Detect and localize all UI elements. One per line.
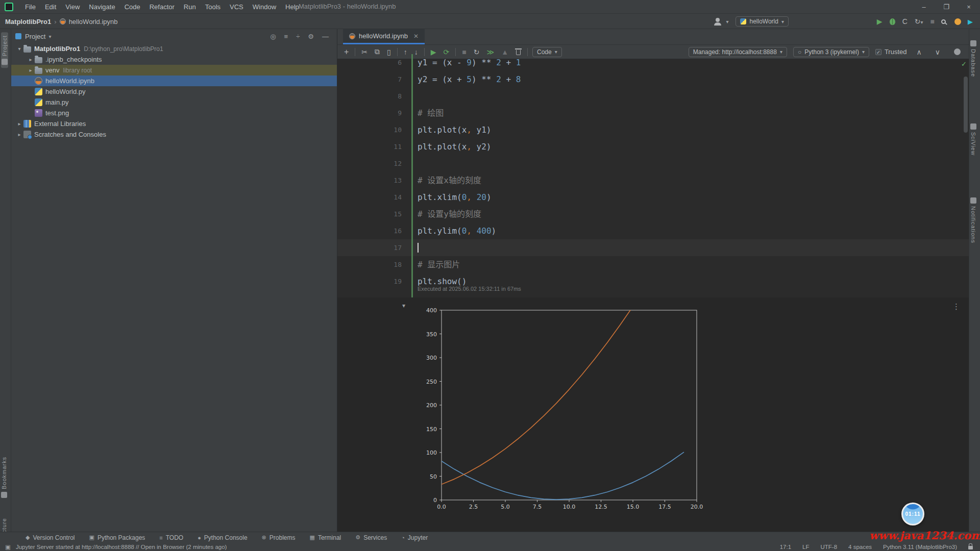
code-line-8[interactable]: 8 <box>337 88 969 105</box>
search-everywhere-icon[interactable] <box>941 19 946 24</box>
run-cell-icon[interactable]: ▶ <box>427 48 440 56</box>
inspections-ok-icon[interactable]: ✓ <box>961 60 967 68</box>
chevron-down-icon[interactable]: ▾ <box>48 34 51 39</box>
interrupt-kernel-icon[interactable]: ■ <box>458 48 470 56</box>
status-message[interactable]: Jupyter Server started at http://localho… <box>16 544 227 550</box>
line-separator[interactable]: LF <box>802 544 809 550</box>
tab-close-icon[interactable]: ✕ <box>413 33 419 40</box>
run-button[interactable]: ▶ <box>873 17 886 26</box>
debug-button[interactable] <box>890 18 895 25</box>
code-line-17[interactable]: 17 <box>337 239 969 256</box>
run-config-selector[interactable]: helloWorld ▾ <box>736 16 789 27</box>
tree-item-test-png[interactable]: test.png <box>11 108 337 118</box>
code-line-6[interactable]: 6y1 = (x - 9) ** 2 + 1 <box>337 59 969 71</box>
python-interpreter[interactable]: Python 3.11 (MatplotlibPro3) <box>883 544 957 550</box>
tool-window-toggle-icon[interactable]: ▣ <box>5 543 11 550</box>
code-line-18[interactable]: 18# 显示图片 <box>337 256 969 273</box>
menu-item-navigate[interactable]: Navigate <box>84 3 119 11</box>
restart-kernel-icon[interactable]: ↻ <box>470 48 483 56</box>
menu-item-window[interactable]: Window <box>248 3 281 11</box>
tree-item-helloworld-ipynb[interactable]: helloWorld.ipynb <box>11 76 337 86</box>
editor-scrollbar[interactable] <box>964 77 968 133</box>
run-all-cells-icon[interactable]: ≫ <box>483 48 498 56</box>
close-icon[interactable]: × <box>958 3 980 11</box>
paste-cell-icon[interactable]: ▯ <box>383 48 395 56</box>
tree-chevron-icon[interactable]: ▸ <box>15 132 23 137</box>
tree-item--ipynb-checkpoints[interactable]: ▸.ipynb_checkpoints <box>11 54 337 65</box>
code-line-16[interactable]: 16plt.ylim(0, 400) <box>337 222 969 239</box>
code-cell[interactable]: 6y1 = (x - 9) ** 2 + 17y2 = (x + 5) ** 2… <box>337 59 969 290</box>
tree-item-scratches-and-consoles[interactable]: ▸Scratches and Consoles <box>11 129 337 140</box>
cell-type-selector[interactable]: Code ▾ <box>532 47 562 57</box>
menu-item-vcs[interactable]: VCS <box>225 3 248 11</box>
profiler-button[interactable]: ↻▾ <box>911 17 927 26</box>
stop-button[interactable]: ■ <box>927 17 938 26</box>
tool-window-button-problems[interactable]: ⊗Problems <box>255 534 303 541</box>
menu-item-tools[interactable]: Tools <box>201 3 225 11</box>
gear-icon[interactable]: ⚙ <box>304 33 318 40</box>
settings-sync-icon[interactable] <box>954 18 961 25</box>
tool-window-button-version-control[interactable]: ◆Version Control <box>18 534 82 541</box>
sidebar-item-database[interactable]: Database <box>970 40 976 77</box>
prev-cell-icon[interactable]: ∧ <box>913 48 925 56</box>
next-cell-icon[interactable]: ∨ <box>932 48 944 56</box>
sidebar-item-bookmarks[interactable]: Bookmarks <box>1 457 7 498</box>
indent-style[interactable]: 4 spaces <box>848 544 872 550</box>
notebook-code-editor[interactable]: 6y1 = (x - 9) ** 2 + 17y2 = (x + 5) ** 2… <box>337 59 969 297</box>
add-cell-icon[interactable]: + <box>340 47 352 57</box>
coverage-button[interactable]: C <box>899 17 911 26</box>
tool-window-button-terminal[interactable]: ▦Terminal <box>303 534 349 541</box>
recording-timer-badge[interactable]: 01:11 <box>901 503 924 525</box>
expand-icon[interactable]: ÷ <box>292 33 304 40</box>
tab-helloworld-ipynb[interactable]: helloWorld.ipynb ✕ <box>343 29 425 44</box>
open-in-browser-icon[interactable] <box>954 48 961 55</box>
sidebar-item-notifications[interactable]: Notifications <box>970 197 976 243</box>
tree-chevron-icon[interactable]: ▸ <box>27 67 35 73</box>
locate-file-icon[interactable]: ◎ <box>266 33 280 40</box>
tree-chevron-icon[interactable]: ▾ <box>15 46 23 52</box>
cut-cell-icon[interactable]: ✂ <box>358 48 371 56</box>
user-icon[interactable] <box>716 18 720 22</box>
run-and-select-next-icon[interactable]: ⟳ <box>440 48 453 56</box>
menu-item-refactor[interactable]: Refactor <box>145 3 179 11</box>
code-line-7[interactable]: 7y2 = (x + 5) ** 2 + 8 <box>337 71 969 88</box>
read-lock-icon[interactable] <box>968 546 973 549</box>
jupyter-server-selector[interactable]: Managed: http://localhost:8888 ▾ <box>689 47 787 57</box>
delete-cell-icon[interactable] <box>516 50 521 55</box>
hide-panel-icon[interactable]: — <box>318 33 333 40</box>
code-line-12[interactable]: 12 <box>337 155 969 172</box>
user-dropdown-icon[interactable]: ▾ <box>726 19 728 24</box>
maximize-icon[interactable]: ❐ <box>935 3 958 11</box>
tree-chevron-icon[interactable]: ▸ <box>15 121 23 127</box>
menu-item-file[interactable]: File <box>20 3 40 11</box>
code-line-13[interactable]: 13# 设置x轴的刻度 <box>337 172 969 189</box>
code-line-15[interactable]: 15# 设置y轴的刻度 <box>337 206 969 222</box>
code-line-14[interactable]: 14plt.xlim(0, 20) <box>337 189 969 206</box>
menu-item-code[interactable]: Code <box>120 3 145 11</box>
file-encoding[interactable]: UTF-8 <box>820 544 837 550</box>
breadcrumb-project[interactable]: MatplotlibPro1 <box>5 18 51 26</box>
collapse-all-icon[interactable]: ≡ <box>280 33 292 40</box>
code-line-9[interactable]: 9# 绘图 <box>337 105 969 121</box>
sidebar-item-sciview[interactable]: SciView <box>970 123 976 156</box>
caret-position[interactable]: 17:1 <box>780 544 791 550</box>
menu-item-view[interactable]: View <box>61 3 84 11</box>
copy-cell-icon[interactable]: ⧉ <box>371 47 383 56</box>
code-line-10[interactable]: 10plt.plot(x, y1) <box>337 121 969 138</box>
tree-item-venv[interactable]: ▸venvlibrary root <box>11 65 337 76</box>
trusted-checkbox[interactable]: ✓ Trusted <box>875 48 907 56</box>
tree-item-matplotlibpro1[interactable]: ▾MatplotlibPro1D:\python_pro\MatplotlibP… <box>11 43 337 54</box>
clear-outputs-icon[interactable]: ▲ <box>498 48 512 56</box>
tool-window-button-python-packages[interactable]: ▣Python Packages <box>82 534 153 541</box>
minimize-icon[interactable]: – <box>913 3 935 11</box>
menu-item-edit[interactable]: Edit <box>40 3 61 11</box>
tool-window-button-services[interactable]: ⚙Services <box>348 534 394 541</box>
tree-item-helloworld-py[interactable]: helloWorld.py <box>11 86 337 97</box>
tool-window-button-python-console[interactable]: ●Python Console <box>190 534 254 541</box>
code-with-me-icon[interactable]: ▶ <box>968 18 973 26</box>
output-options-icon[interactable]: ⋮ <box>952 302 960 311</box>
tree-chevron-icon[interactable]: ▸ <box>27 57 35 62</box>
tool-window-button-todo[interactable]: ≡TODO <box>152 534 190 541</box>
breadcrumb-file[interactable]: helloWorld.ipynb <box>69 18 118 26</box>
project-panel-title[interactable]: Project <box>25 33 45 40</box>
